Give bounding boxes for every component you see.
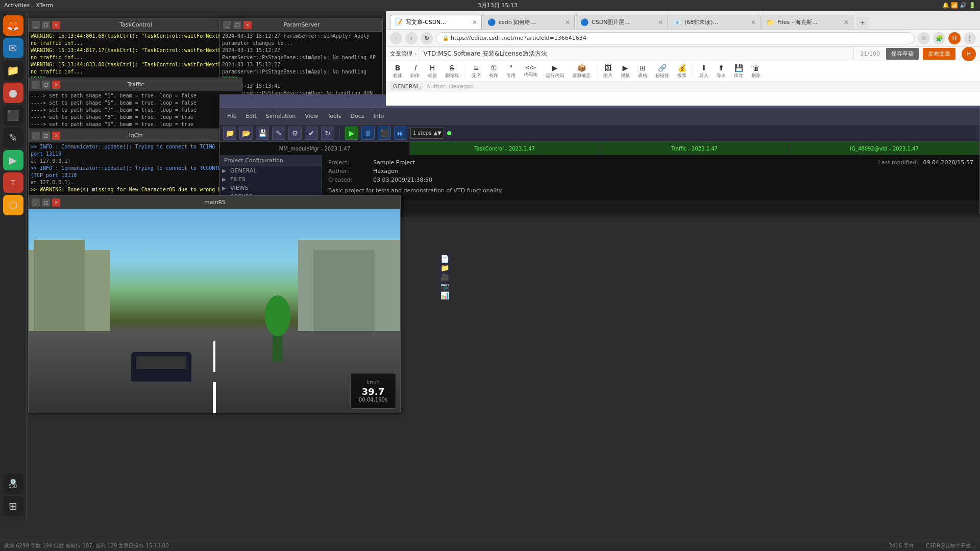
- config-icon[interactable]: ⬡: [3, 195, 23, 215]
- steps-spin[interactable]: ▲▼: [433, 130, 441, 136]
- menu-tools[interactable]: Tools: [323, 112, 345, 120]
- tab-2-close[interactable]: ✕: [658, 19, 663, 26]
- address-text: https://editor.csdn.net/md?articleId=136…: [451, 35, 586, 41]
- resource-btn[interactable]: 📦资源确定: [569, 63, 594, 80]
- table-btn[interactable]: ⊞表格: [635, 63, 650, 80]
- taskcontrol-close[interactable]: ✕: [52, 21, 60, 29]
- link-btn[interactable]: 🔗超链接: [652, 63, 672, 80]
- config-views[interactable]: ▶ VIEWS: [220, 184, 322, 192]
- vtd-steps-input[interactable]: 1 steps ▲▼: [410, 128, 444, 139]
- vtd-play-btn[interactable]: ▶: [345, 127, 358, 140]
- type-icon[interactable]: T: [3, 172, 23, 193]
- activities-btn[interactable]: Activities: [4, 2, 30, 9]
- igctr-titlebar: _ □ ✕ igCtr: [29, 129, 242, 142]
- paramserver-close[interactable]: ✕: [243, 21, 252, 29]
- save-btn[interactable]: 💾保存: [731, 63, 746, 80]
- tab-0[interactable]: 📝 写文章-CSDN... ✕: [390, 15, 482, 29]
- module-mgr[interactable]: MM_moduleMgr - 2023.1.47: [220, 142, 410, 155]
- quote-btn[interactable]: "引用: [503, 63, 519, 80]
- bookmark-btn[interactable]: ☆: [918, 32, 930, 44]
- paramserver-maximize[interactable]: □: [233, 21, 241, 29]
- tab-4-close[interactable]: ✕: [844, 19, 849, 26]
- code-btn[interactable]: </>代码块: [521, 63, 541, 79]
- igctr-maximize[interactable]: □: [42, 132, 50, 140]
- menu-btn[interactable]: ⋮: [964, 32, 976, 44]
- delete-btn[interactable]: 🗑删除: [748, 63, 764, 80]
- import-btn[interactable]: ⬇导入: [696, 63, 712, 80]
- export-btn[interactable]: ⬆导出: [714, 63, 729, 80]
- traffic-close[interactable]: ✕: [52, 81, 60, 89]
- new-tab-btn[interactable]: +: [856, 17, 869, 29]
- vtd-save-btn[interactable]: 💾: [256, 127, 269, 140]
- traffic-maximize[interactable]: □: [42, 81, 50, 89]
- refresh-btn[interactable]: ↻: [421, 32, 433, 44]
- ig-line-4: at 127.0.0.1).: [31, 179, 240, 186]
- igctr-close[interactable]: ✕: [52, 132, 60, 140]
- taskcontrol-maximize[interactable]: □: [42, 21, 50, 29]
- publish-btn[interactable]: 发布文章: [923, 48, 955, 60]
- vtd-refresh-btn[interactable]: ↻: [321, 127, 334, 140]
- ssd-icon[interactable]: 💽 SSD: [3, 473, 23, 494]
- config-general[interactable]: ▶ GENERAL: [220, 166, 322, 175]
- taskcontrol-minimize[interactable]: _: [32, 21, 40, 29]
- tab-2[interactable]: 🔵 CSDN图片层... ✕: [576, 15, 668, 29]
- vtd-stop-btn[interactable]: ⬛: [378, 127, 391, 140]
- tab-3[interactable]: 📧 (68封未读)... ✕: [669, 15, 761, 29]
- terminal-icon[interactable]: ⬛: [3, 105, 23, 126]
- menu-edit[interactable]: Edit: [241, 112, 260, 120]
- files-icon[interactable]: 📁: [3, 60, 23, 81]
- vtd-open-btn[interactable]: 📁: [223, 127, 236, 140]
- article-title-input[interactable]: VTD:MSC Software 安装&License激活方法: [419, 47, 854, 61]
- image-btn[interactable]: 🖼图片: [600, 63, 616, 80]
- vote-btn[interactable]: 💰投票: [674, 63, 690, 80]
- module-ig[interactable]: IG_48092@vtd - 2023.1.47: [790, 142, 979, 155]
- save-draft-btn[interactable]: 保存草稿: [886, 48, 919, 60]
- xterm-menu[interactable]: XTerm: [36, 2, 53, 9]
- tab-4[interactable]: 📁 Files - 海克斯... ✕: [762, 15, 853, 29]
- menu-view[interactable]: View: [301, 112, 322, 120]
- menu-file[interactable]: File: [223, 112, 240, 120]
- vtd-saveas-btn[interactable]: 📂: [239, 127, 253, 140]
- back-btn[interactable]: ‹: [390, 32, 402, 44]
- vtd-settings-btn[interactable]: ⚙: [288, 127, 302, 140]
- unordered-btn[interactable]: ≡无序: [469, 63, 484, 80]
- heading-btn[interactable]: H标题: [425, 63, 440, 80]
- app-icon-red[interactable]: ●: [3, 83, 23, 103]
- email-icon[interactable]: ✉: [3, 38, 23, 58]
- media-icon[interactable]: ▶: [3, 150, 23, 170]
- module-taskcontrol[interactable]: TaskControl - 2023.1.47: [410, 142, 600, 155]
- tab-1-close[interactable]: ✕: [565, 19, 570, 26]
- paramserver-minimize[interactable]: _: [223, 21, 231, 29]
- run-code-btn[interactable]: ▶运行代码: [543, 63, 567, 80]
- traffic-minimize[interactable]: _: [32, 81, 40, 89]
- mainrs-minimize[interactable]: _: [32, 198, 40, 207]
- igctr-minimize[interactable]: _: [32, 132, 40, 140]
- grid-icon[interactable]: ⊞: [3, 496, 23, 516]
- extensions-btn[interactable]: 🧩: [933, 32, 945, 44]
- ordered-btn[interactable]: ①有序: [486, 63, 501, 80]
- divider-1: [465, 64, 465, 79]
- address-input[interactable]: 🔒 https://editor.csdn.net/md?articleId=1…: [436, 32, 915, 44]
- firefox-icon[interactable]: 🦊: [3, 15, 23, 36]
- forward-btn[interactable]: ›: [405, 32, 418, 44]
- video-btn[interactable]: ▶视频: [618, 63, 633, 80]
- tab-0-close[interactable]: ✕: [472, 19, 477, 26]
- editor-icon[interactable]: ✎: [3, 128, 23, 148]
- bold-btn[interactable]: B粗体: [390, 63, 405, 80]
- profile-btn[interactable]: H: [948, 32, 961, 44]
- vtd-step-btn[interactable]: ⏭: [394, 127, 407, 140]
- tab-1[interactable]: 🔵 csdn 如何给... ✕: [483, 15, 575, 29]
- config-files[interactable]: ▶ FILES: [220, 175, 322, 184]
- mainrs-maximize[interactable]: □: [42, 198, 50, 207]
- italic-btn[interactable]: I斜体: [407, 63, 423, 80]
- strikethrough-btn[interactable]: S̶删除线: [442, 63, 462, 80]
- tab-3-close[interactable]: ✕: [751, 19, 756, 26]
- module-traffic[interactable]: Traffic - 2023.1.47: [600, 142, 790, 155]
- mainrs-close[interactable]: ✕: [52, 198, 60, 207]
- menu-simulation[interactable]: Simulation: [262, 112, 300, 120]
- vtd-check-btn[interactable]: ✔: [305, 127, 318, 140]
- menu-docs[interactable]: Docs: [347, 112, 369, 120]
- vtd-edit-btn[interactable]: ✎: [272, 127, 285, 140]
- vtd-pause-btn[interactable]: ⏸: [361, 127, 375, 140]
- menu-info[interactable]: Info: [370, 112, 388, 120]
